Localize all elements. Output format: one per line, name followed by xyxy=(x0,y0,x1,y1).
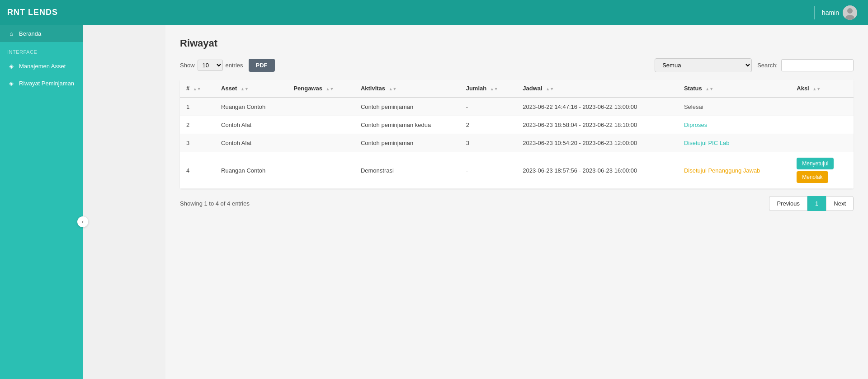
page-title: Riwayat xyxy=(180,37,854,49)
history-icon: ◈ xyxy=(7,79,15,87)
sidebar-item-riwayat-peminjaman[interactable]: ◈ Riwayat Peminjaman xyxy=(0,75,83,92)
col-status: Status ▲▼ xyxy=(678,80,790,98)
col-asset: Asset ▲▼ xyxy=(215,80,287,98)
col-jadwal: Jadwal ▲▼ xyxy=(516,80,678,98)
data-table: # ▲▼ Asset ▲▼ Pengawas ▲▼ Aktivitas ▲▼ J… xyxy=(180,80,854,189)
sidebar-item-label-beranda: Beranda xyxy=(19,30,41,37)
cell-status: Disetujui PIC Lab xyxy=(678,134,790,152)
reject-button[interactable]: Menolak xyxy=(797,171,828,183)
sort-icon-num: ▲▼ xyxy=(193,87,201,91)
next-button[interactable]: Next xyxy=(826,196,854,211)
cell-jadwal: 2023-06-23 18:57:56 - 2023-06-23 16:00:0… xyxy=(516,152,678,189)
cell-status: Diproses xyxy=(678,116,790,134)
pagination-area: Showing 1 to 4 of 4 entries Previous 1 N… xyxy=(180,196,854,211)
sidebar-collapse-button[interactable]: ‹ xyxy=(77,216,88,227)
sidebar-item-manajemen-asset[interactable]: ◈ Manajemen Asset xyxy=(0,57,83,75)
sidebar-item-label-riwayat: Riwayat Peminjaman xyxy=(19,80,74,87)
cell-num: 4 xyxy=(180,152,215,189)
logo-text: RNT LENDS xyxy=(7,8,58,17)
sort-icon-jadwal: ▲▼ xyxy=(546,87,554,91)
sort-icon-jumlah: ▲▼ xyxy=(490,87,498,91)
cell-pengawas xyxy=(287,134,354,152)
table-row: 3Contoh AlatContoh peminjaman32023-06-23… xyxy=(180,134,854,152)
entries-select[interactable]: 10 25 50 100 xyxy=(198,60,223,71)
cell-status: Disetujui Penanggung Jawab xyxy=(678,152,790,189)
table-row: 1Ruangan ContohContoh peminjaman-2023-06… xyxy=(180,98,854,116)
table-row: 2Contoh AlatContoh peminjaman kedua22023… xyxy=(180,116,854,134)
cell-aktivitas: Contoh peminjaman kedua xyxy=(354,116,460,134)
topbar: hamin xyxy=(83,0,868,25)
col-aksi: Aksi ▲▼ xyxy=(790,80,854,98)
cell-num: 3 xyxy=(180,134,215,152)
filter-select[interactable]: Semua Selesai Diproses Disetujui PIC Lab… xyxy=(655,58,752,72)
page-1-button[interactable]: 1 xyxy=(807,196,826,211)
show-label: Show xyxy=(180,62,195,69)
cell-pengawas xyxy=(287,98,354,116)
cell-jumlah: 2 xyxy=(460,116,517,134)
sidebar: RNT LENDS ⌂ Beranda INTERFACE ◈ Manajeme… xyxy=(0,0,83,379)
cell-asset: Contoh Alat xyxy=(215,116,287,134)
pdf-button[interactable]: PDF xyxy=(249,59,275,72)
search-label: Search: xyxy=(757,62,778,69)
cell-aksi xyxy=(790,98,854,116)
previous-button[interactable]: Previous xyxy=(769,196,807,211)
sort-icon-aktivitas: ▲▼ xyxy=(389,87,397,91)
topbar-separator xyxy=(814,6,815,19)
cell-jadwal: 2023-06-23 18:58:04 - 2023-06-22 18:10:0… xyxy=(516,116,678,134)
cell-aksi xyxy=(790,116,854,134)
main-content: Riwayat Show 10 25 50 100 entries PDF Se… xyxy=(165,25,868,379)
sidebar-item-label-manajemen: Manajemen Asset xyxy=(19,63,66,70)
svg-point-1 xyxy=(847,8,853,14)
sort-icon-aksi: ▲▼ xyxy=(812,87,821,91)
pagination-buttons: Previous 1 Next xyxy=(769,196,854,211)
user-area: hamin xyxy=(822,5,857,20)
cell-num: 1 xyxy=(180,98,215,116)
avatar xyxy=(843,5,857,20)
cell-aktivitas: Contoh peminjaman xyxy=(354,134,460,152)
logo-area: RNT LENDS xyxy=(0,0,83,25)
cell-pengawas xyxy=(287,116,354,134)
search-area: Search: xyxy=(757,59,854,71)
cell-asset: Ruangan Contoh xyxy=(215,98,287,116)
sort-icon-pengawas: ▲▼ xyxy=(326,87,334,91)
col-jumlah: Jumlah ▲▼ xyxy=(460,80,517,98)
home-icon: ⌂ xyxy=(7,29,15,37)
cell-jadwal: 2023-06-22 14:47:16 - 2023-06-22 13:00:0… xyxy=(516,98,678,116)
controls-bar: Show 10 25 50 100 entries PDF Semua Sele… xyxy=(180,58,854,72)
cell-pengawas xyxy=(287,152,354,189)
table-body: 1Ruangan ContohContoh peminjaman-2023-06… xyxy=(180,98,854,189)
col-aktivitas: Aktivitas ▲▼ xyxy=(354,80,460,98)
cell-jumlah: - xyxy=(460,98,517,116)
table-wrapper: # ▲▼ Asset ▲▼ Pengawas ▲▼ Aktivitas ▲▼ J… xyxy=(180,80,854,189)
cell-asset: Contoh Alat xyxy=(215,134,287,152)
cell-status: Selesai xyxy=(678,98,790,116)
cell-num: 2 xyxy=(180,116,215,134)
cell-asset: Ruangan Contoh xyxy=(215,152,287,189)
sort-icon-asset: ▲▼ xyxy=(241,87,249,91)
table-header-row: # ▲▼ Asset ▲▼ Pengawas ▲▼ Aktivitas ▲▼ J… xyxy=(180,80,854,98)
table-row: 4Ruangan ContohDemonstrasi-2023-06-23 18… xyxy=(180,152,854,189)
approve-button[interactable]: Menyetujui xyxy=(797,158,834,169)
cell-jumlah: 3 xyxy=(460,134,517,152)
username-label: hamin xyxy=(822,9,839,16)
cell-aksi: MenyetujuiMenolak xyxy=(790,152,854,189)
entries-label: entries xyxy=(226,62,243,69)
showing-text: Showing 1 to 4 of 4 entries xyxy=(180,200,250,207)
sidebar-item-beranda[interactable]: ⌂ Beranda xyxy=(0,25,83,42)
cell-jadwal: 2023-06-23 10:54:20 - 2023-06-23 12:00:0… xyxy=(516,134,678,152)
sort-icon-status: ▲▼ xyxy=(705,87,713,91)
col-num: # ▲▼ xyxy=(180,80,215,98)
col-pengawas: Pengawas ▲▼ xyxy=(287,80,354,98)
cell-jumlah: - xyxy=(460,152,517,189)
cell-aksi xyxy=(790,134,854,152)
show-entries-area: Show 10 25 50 100 entries xyxy=(180,60,243,71)
sidebar-section-label: INTERFACE xyxy=(0,42,83,57)
asset-icon: ◈ xyxy=(7,62,15,70)
search-input[interactable] xyxy=(781,59,854,71)
cell-aktivitas: Demonstrasi xyxy=(354,152,460,189)
cell-aktivitas: Contoh peminjaman xyxy=(354,98,460,116)
